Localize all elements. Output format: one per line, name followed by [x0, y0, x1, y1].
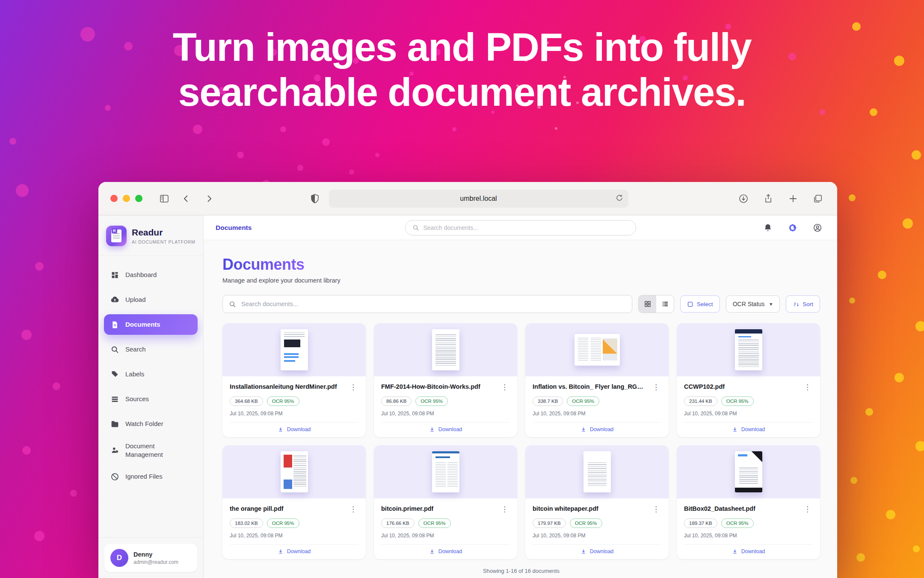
size-badge: 231.44 KB: [684, 396, 717, 406]
kebab-menu-button[interactable]: ⋮: [499, 383, 510, 392]
minimize-window-button[interactable]: [123, 195, 130, 202]
readur-logo-icon: [106, 226, 127, 246]
back-button[interactable]: [179, 191, 194, 206]
ocr-status-dropdown[interactable]: OCR Status▼: [726, 295, 780, 313]
sidebar-item-dashboard[interactable]: Dashboard: [104, 265, 198, 285]
download-icon: [429, 426, 435, 432]
doc-preview-page: [281, 329, 308, 370]
doc-thumbnail[interactable]: [677, 323, 820, 376]
documents-search-input[interactable]: [241, 301, 626, 307]
sidebar-item-search[interactable]: Search: [104, 339, 198, 360]
topbar-search[interactable]: [405, 220, 636, 235]
grid-view-button[interactable]: [639, 295, 656, 313]
sidebar-item-watch-folder[interactable]: Watch Folder: [104, 414, 198, 434]
document-card[interactable]: CCWP102.pdf⋮231.44 KBOCR 95%Jul 10, 2025…: [677, 323, 820, 437]
document-card[interactable]: Inflation vs. Bitcoin_ Flyer lang_RGB.pd…: [525, 323, 669, 437]
list-view-button[interactable]: [656, 295, 674, 313]
doc-thumbnail[interactable]: [222, 445, 366, 498]
user-name: Denny: [133, 551, 178, 558]
avatar: D: [110, 549, 128, 567]
tag-icon: [110, 370, 119, 379]
dashboard-icon: [110, 271, 119, 280]
document-card[interactable]: Installationsanleitung NerdMiner.pdf⋮364…: [222, 323, 366, 437]
app-topbar: Documents: [204, 215, 837, 240]
doc-thumbnail[interactable]: [525, 445, 669, 498]
sidebar-item-label: Watch Folder: [125, 420, 163, 428]
tab-overview-icon[interactable]: [811, 191, 825, 206]
download-label: Download: [287, 548, 311, 554]
theme-toggle-icon[interactable]: [785, 220, 800, 235]
user-card[interactable]: D Denny admin@readur.com: [104, 544, 197, 572]
doc-preview-page: [575, 334, 620, 366]
traffic-lights[interactable]: [110, 195, 142, 202]
topbar-search-input[interactable]: [424, 224, 629, 231]
doc-preview-page: [432, 451, 459, 492]
sidebar-item-label: Search: [125, 345, 146, 354]
kebab-menu-button[interactable]: ⋮: [802, 505, 813, 514]
download-button[interactable]: Download: [732, 426, 765, 432]
ban-icon: [110, 472, 119, 481]
zoom-window-button[interactable]: [135, 195, 142, 202]
share-icon[interactable]: [761, 191, 776, 206]
sidebar-item-documents[interactable]: Documents: [104, 314, 198, 335]
sidebar-item-ignored-files[interactable]: Ignored Files: [104, 466, 198, 487]
kebab-menu-button[interactable]: ⋮: [348, 383, 358, 392]
doc-name: FMF-2014-How-Bitcoin-Works.pdf: [381, 383, 480, 391]
notifications-bell-icon[interactable]: [760, 220, 776, 235]
address-bar[interactable]: umbrel.local: [329, 190, 628, 208]
forward-button[interactable]: [201, 191, 216, 206]
documents-search[interactable]: [222, 295, 632, 313]
select-button[interactable]: Select: [680, 295, 720, 313]
sort-icon: [793, 301, 799, 307]
sidebar-item-document-management[interactable]: Document Management: [104, 438, 198, 462]
rows-icon: [110, 395, 119, 404]
ocr-badge: OCR 95%: [721, 396, 754, 406]
sort-button[interactable]: Sort: [786, 295, 820, 313]
kebab-menu-button[interactable]: ⋮: [802, 383, 813, 392]
download-button[interactable]: Download: [429, 426, 462, 432]
sidebar-item-label: Sources: [125, 395, 149, 403]
download-label: Download: [590, 426, 614, 432]
download-label: Download: [741, 426, 765, 432]
sidebar-toggle-icon[interactable]: [157, 191, 172, 206]
reload-icon[interactable]: [616, 194, 623, 203]
doc-thumbnail[interactable]: [374, 445, 517, 498]
sidebar-item-labels[interactable]: Labels: [104, 364, 198, 384]
download-button[interactable]: Download: [732, 548, 765, 554]
documents-controls: Select OCR Status▼ Sort: [222, 295, 820, 313]
downloads-icon[interactable]: [736, 191, 751, 206]
download-button[interactable]: Download: [278, 426, 311, 432]
chevron-down-icon: ▼: [769, 302, 773, 307]
doc-date: Jul 10, 2025, 09:08 PM: [684, 411, 813, 417]
doc-thumbnail[interactable]: [222, 323, 366, 376]
document-card[interactable]: FMF-2014-How-Bitcoin-Works.pdf⋮86.86 KBO…: [374, 323, 517, 437]
document-card[interactable]: bitcoin whitepaper.pdf⋮179.97 KBOCR 95%J…: [525, 445, 669, 559]
document-card[interactable]: bitcoin.primer.pdf⋮176.66 KBOCR 95%Jul 1…: [374, 445, 517, 559]
doc-thumbnail[interactable]: [374, 323, 517, 376]
sidebar-nav: DashboardUploadDocumentsSearchLabelsSour…: [98, 256, 203, 495]
doc-name: BitBox02_Datasheet.pdf: [684, 505, 755, 513]
doc-thumbnail[interactable]: [677, 445, 820, 498]
checkbox-icon: [687, 301, 693, 307]
new-tab-icon[interactable]: [786, 191, 800, 206]
privacy-shield-icon[interactable]: [308, 191, 322, 206]
sidebar-item-upload[interactable]: Upload: [104, 289, 198, 310]
download-button[interactable]: Download: [580, 548, 614, 554]
close-window-button[interactable]: [110, 195, 118, 202]
kebab-menu-button[interactable]: ⋮: [499, 505, 510, 514]
kebab-menu-button[interactable]: ⋮: [651, 383, 661, 392]
doc-thumbnail[interactable]: [525, 323, 669, 376]
view-toggle: [638, 295, 674, 313]
user-menu-icon[interactable]: [810, 220, 825, 235]
download-label: Download: [438, 548, 462, 554]
kebab-menu-button[interactable]: ⋮: [651, 505, 661, 514]
kebab-menu-button[interactable]: ⋮: [348, 505, 358, 514]
download-button[interactable]: Download: [429, 548, 462, 554]
breadcrumb[interactable]: Documents: [216, 224, 252, 232]
document-card[interactable]: the orange pill.pdf⋮183.02 KBOCR 95%Jul …: [222, 445, 366, 559]
page-subtitle: Manage and explore your document library: [222, 277, 820, 284]
download-button[interactable]: Download: [278, 548, 311, 554]
document-card[interactable]: BitBox02_Datasheet.pdf⋮189.37 KBOCR 95%J…: [677, 445, 820, 559]
download-button[interactable]: Download: [580, 426, 614, 432]
sidebar-item-sources[interactable]: Sources: [104, 389, 198, 409]
